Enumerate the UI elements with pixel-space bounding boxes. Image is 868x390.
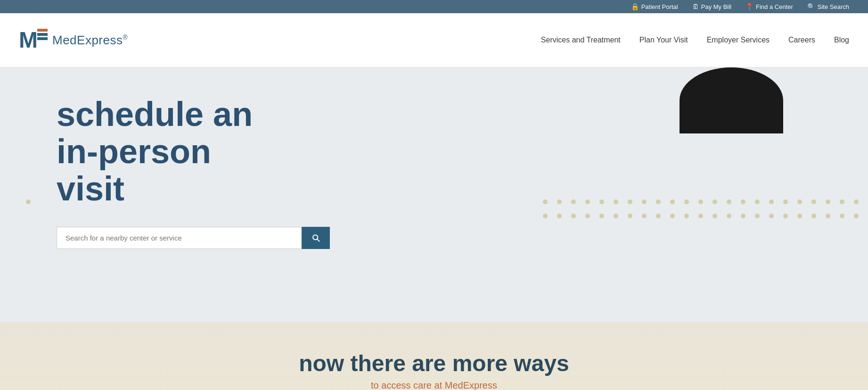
lock-icon: 🔒	[631, 3, 639, 10]
patient-portal-label: Patient Portal	[641, 3, 678, 10]
bottom-section: now there are more ways to access care a…	[0, 322, 868, 390]
logo-name: MedExpress	[52, 33, 123, 47]
logo[interactable]: M MedExpress®	[19, 29, 128, 51]
pin-icon: 📍	[745, 3, 753, 10]
site-search-link[interactable]: 🔍 Site Search	[807, 3, 849, 10]
hero-section: schedule an in-person visit	[0, 67, 868, 322]
nav-careers-link[interactable]: Careers	[788, 36, 815, 44]
logo-m: M	[19, 29, 36, 51]
search-icon	[311, 233, 320, 242]
search-button[interactable]	[302, 227, 330, 249]
search-icon: 🔍	[807, 3, 815, 10]
calendar-icon: 🗓	[692, 3, 699, 10]
hero-title: schedule an in-person visit	[57, 96, 339, 208]
site-search-label: Site Search	[818, 3, 849, 10]
nav-services-link[interactable]: Services and Treatment	[541, 36, 621, 44]
nav-plan-link[interactable]: Plan Your Visit	[639, 36, 688, 44]
bottom-title: now there are more ways	[299, 350, 569, 376]
nav-bar: M MedExpress® Services and Treatment Pla…	[0, 13, 868, 67]
logo-me-letters: M	[19, 29, 48, 51]
hero-title-line3: visit	[57, 170, 124, 207]
logo-text: MedExpress®	[52, 33, 128, 48]
search-input[interactable]	[57, 227, 302, 249]
nav-links: Services and Treatment Plan Your Visit E…	[541, 36, 849, 44]
hero-title-line1: schedule an	[57, 95, 253, 133]
bottom-subtitle: to access care at MedExpress	[371, 380, 497, 390]
patient-portal-link[interactable]: 🔒 Patient Portal	[631, 3, 678, 10]
find-center-label: Find a Center	[756, 3, 793, 10]
logo-reg: ®	[123, 33, 128, 41]
find-center-link[interactable]: 📍 Find a Center	[745, 3, 793, 10]
nav-blog-link[interactable]: Blog	[834, 36, 849, 44]
nav-employer-link[interactable]: Employer Services	[707, 36, 770, 44]
person-image	[680, 67, 783, 133]
search-container	[57, 227, 330, 249]
top-bar: 🔒 Patient Portal 🗓 Pay My Bill 📍 Find a …	[0, 0, 868, 13]
pay-bill-label: Pay My Bill	[701, 3, 731, 10]
pay-bill-link[interactable]: 🗓 Pay My Bill	[692, 3, 731, 10]
hero-title-line2: in-person	[57, 133, 211, 170]
